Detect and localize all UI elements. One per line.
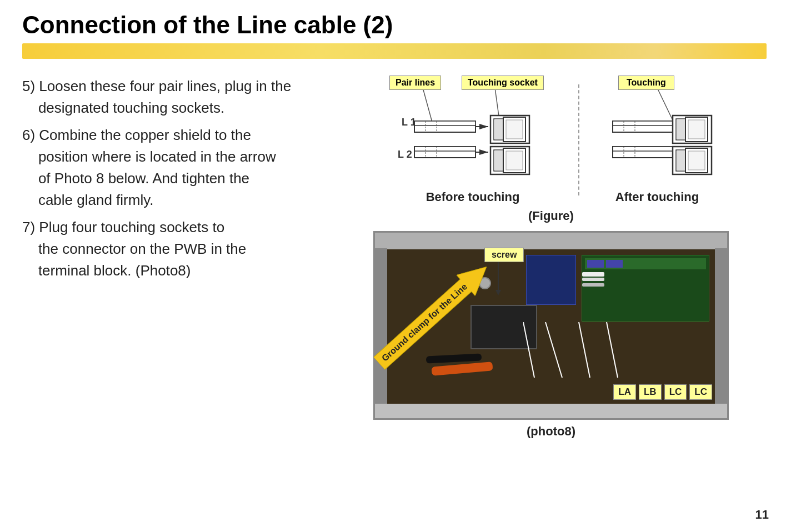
svg-text:L 1: L 1 xyxy=(402,117,416,128)
page-number: 11 xyxy=(755,508,769,522)
svg-rect-38 xyxy=(688,120,705,139)
before-touching-caption: Before touching xyxy=(426,190,520,204)
connector-labels-row: LA LB LC LC xyxy=(613,384,712,400)
svg-line-55 xyxy=(607,322,618,378)
svg-rect-48 xyxy=(688,151,705,170)
svg-marker-50 xyxy=(495,290,501,295)
photo-wire-1 xyxy=(582,272,604,277)
photo-wire-2 xyxy=(582,278,604,281)
photo-circuit-2 xyxy=(526,255,576,305)
svg-rect-12 xyxy=(414,147,475,151)
photo-right-border xyxy=(715,248,727,404)
after-touching-caption: After touching xyxy=(615,190,699,204)
connector-lc1: LC xyxy=(664,384,687,400)
connector-lb: LB xyxy=(639,384,662,400)
connector-lc2: LC xyxy=(689,384,712,400)
left-instructions: 5) Loosen these four pair lines, plug in… xyxy=(22,76,333,439)
photo-wire-3 xyxy=(582,283,604,287)
photo-circuit-1 xyxy=(582,255,709,322)
before-section: Pair lines Touching socket xyxy=(378,76,567,204)
pair-lines-label: Pair lines xyxy=(389,76,441,90)
photo-left-border xyxy=(375,248,387,404)
svg-rect-40 xyxy=(613,147,674,151)
photo-orange-cable xyxy=(432,362,493,376)
step6-text: 6) Combine the copper shield to the posi… xyxy=(22,124,333,211)
svg-text:L 2: L 2 xyxy=(398,149,412,160)
figure-caption: (Figure) xyxy=(528,209,574,223)
screw-label: screw xyxy=(484,248,524,262)
svg-line-54 xyxy=(579,322,590,378)
photo-bottom-border xyxy=(375,403,727,418)
connector-la: LA xyxy=(613,384,636,400)
figure-divider xyxy=(578,84,579,195)
touching-label: Touching xyxy=(618,76,674,90)
step5-text: 5) Loosen these four pair lines, plug in… xyxy=(22,76,333,119)
connector-arrow-lines xyxy=(523,322,712,389)
highlight-bar xyxy=(22,43,767,59)
page-title: Connection of the Line cable (2) xyxy=(22,11,769,39)
right-diagrams: Pair lines Touching socket xyxy=(333,76,769,439)
svg-line-53 xyxy=(545,322,562,378)
svg-rect-27 xyxy=(506,151,523,170)
photo-chip-1 xyxy=(587,260,604,268)
photo-chip-2 xyxy=(606,260,623,268)
content-area: 5) Loosen these four pair lines, plug in… xyxy=(22,76,769,439)
touching-socket-label: Touching socket xyxy=(462,76,544,90)
photo-caption: (photo8) xyxy=(527,424,575,439)
photo-circuit-chip xyxy=(585,258,706,269)
svg-rect-36 xyxy=(677,120,686,139)
photo-top-border xyxy=(375,233,727,249)
before-diagram-svg: L 1 L 2 xyxy=(378,76,567,187)
svg-rect-46 xyxy=(677,151,686,170)
svg-rect-5 xyxy=(414,121,475,126)
photo-area: screw Ground clamp for the Line xyxy=(333,231,769,439)
svg-rect-30 xyxy=(613,121,674,126)
svg-rect-20 xyxy=(495,120,504,139)
step7-text: 7) Plug four touching sockets to the con… xyxy=(22,217,333,282)
svg-line-52 xyxy=(523,322,534,378)
photo-container: screw Ground clamp for the Line xyxy=(373,231,729,420)
photo-black-cable xyxy=(426,353,482,363)
svg-rect-25 xyxy=(495,151,504,170)
page: Connection of the Line cable (2) 5) Loos… xyxy=(0,0,791,532)
after-diagram-svg xyxy=(590,76,724,187)
after-section: Touching xyxy=(590,76,724,204)
svg-rect-22 xyxy=(506,120,523,139)
